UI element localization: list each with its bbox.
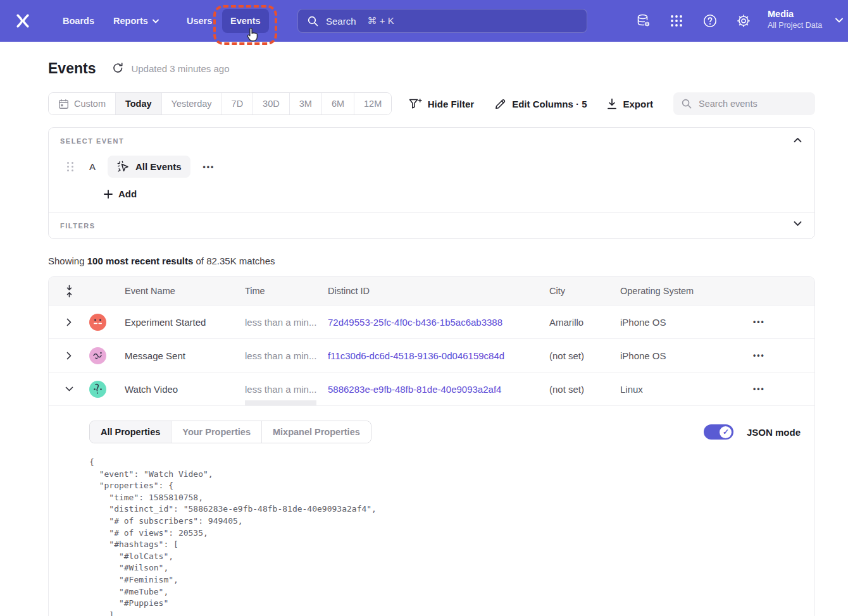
project-name: Media — [768, 8, 822, 20]
horizontal-scrollbar[interactable] — [245, 400, 316, 405]
row-actions-menu[interactable]: ••• — [749, 382, 769, 396]
json-mode-toggle[interactable]: ✓ — [704, 424, 733, 440]
help-icon[interactable] — [702, 13, 718, 28]
data-management-icon[interactable] — [636, 13, 651, 28]
add-event-label: Add — [118, 188, 137, 199]
nav-item-events[interactable]: Events — [222, 9, 269, 33]
collapse-section-chevron-up-icon[interactable] — [794, 137, 802, 143]
export-button[interactable]: Export — [607, 98, 653, 109]
date-option-custom-label: Custom — [74, 99, 106, 109]
event-overflow-menu[interactable]: ••• — [199, 160, 219, 174]
apps-grid-icon[interactable] — [669, 13, 684, 28]
event-selector-label: All Events — [135, 161, 182, 172]
drag-handle-icon[interactable] — [67, 162, 74, 171]
event-avatar — [89, 314, 106, 331]
project-switcher[interactable]: Media All Project Data — [768, 8, 822, 30]
date-option-3m-label: 3M — [299, 99, 312, 109]
event-cursor-sparkle-icon — [116, 160, 130, 173]
date-option-today[interactable]: Today — [116, 93, 162, 114]
search-icon — [682, 99, 692, 109]
cell-event-name: Watch Video — [125, 384, 245, 395]
expand-row-chevron-right-icon[interactable] — [64, 349, 74, 362]
top-navbar: Boards Reports Users Events Search ⌘ + K — [0, 0, 848, 42]
page-title: Events — [48, 60, 96, 77]
properties-tabs: All Properties Your Properties Mixpanel … — [89, 421, 371, 443]
cell-os: Linux — [620, 384, 744, 395]
project-chevron-down-icon[interactable] — [835, 18, 843, 23]
settings-gear-icon[interactable] — [736, 13, 751, 28]
select-event-label: SELECT EVENT — [60, 137, 803, 145]
add-event-button[interactable]: Add — [104, 188, 137, 199]
date-option-7d-label: 7D — [232, 99, 244, 109]
cell-time: less than a min... — [245, 384, 328, 395]
controls-row: Custom Today Yesterday 7D 30D 3M 6M 12M … — [48, 92, 815, 115]
calendar-icon — [58, 99, 69, 109]
table-header: Event Name Time Distinct ID City Operati… — [49, 277, 814, 305]
date-option-6m-label: 6M — [332, 99, 344, 109]
chevron-down-icon — [153, 19, 159, 23]
tab-all-properties[interactable]: All Properties — [90, 421, 171, 443]
nav-item-users[interactable]: Users — [178, 9, 220, 33]
row-actions-menu[interactable]: ••• — [749, 348, 769, 362]
cell-distinct-id-link[interactable]: 72d49553-25fc-4f0c-b436-1b5ac6ab3388 — [328, 317, 549, 328]
expand-filters-chevron-down-icon[interactable] — [794, 221, 802, 226]
tab-mixpanel-properties[interactable]: Mixpanel Properties — [262, 421, 371, 443]
mixpanel-logo[interactable] — [14, 12, 32, 30]
cell-city: (not set) — [549, 350, 620, 361]
date-option-yesterday[interactable]: Yesterday — [162, 93, 222, 114]
detail-toolbar: All Properties Your Properties Mixpanel … — [89, 421, 801, 443]
edit-columns-button[interactable]: Edit Columns · 5 — [494, 98, 587, 110]
refresh-icon[interactable] — [112, 62, 125, 75]
date-option-today-label: Today — [125, 99, 152, 109]
search-placeholder: Search — [326, 16, 356, 27]
hide-filter-label: Hide Filter — [428, 99, 474, 109]
hide-filter-button[interactable]: Hide Filter — [409, 98, 474, 110]
cell-city: (not set) — [549, 384, 620, 395]
table-row: Experiment Started less than a min... 72… — [49, 305, 814, 339]
column-header-distinct-id: Distinct ID — [328, 286, 549, 296]
results-summary: Showing 100 most recent results of 82.35… — [48, 256, 815, 266]
nav-item-users-label: Users — [187, 16, 212, 26]
json-mode-group: ✓ JSON mode — [704, 424, 801, 440]
date-option-3m[interactable]: 3M — [290, 93, 322, 114]
global-search-bar[interactable]: Search ⌘ + K — [297, 9, 587, 33]
pencil-icon — [494, 98, 506, 110]
plus-icon — [104, 190, 113, 199]
event-selector-button[interactable]: All Events — [108, 156, 190, 178]
nav-item-boards[interactable]: Boards — [54, 9, 103, 33]
cell-os: iPhone OS — [620, 317, 744, 328]
project-scope: All Project Data — [768, 20, 822, 30]
results-prefix: Showing — [48, 256, 87, 266]
json-mode-label: JSON mode — [747, 427, 801, 438]
date-range-picker: Custom Today Yesterday 7D 30D 3M 6M 12M — [48, 92, 392, 115]
tab-mixpanel-properties-label: Mixpanel Properties — [273, 427, 360, 437]
filters-section: FILTERS — [49, 213, 814, 238]
select-event-section: SELECT EVENT A All Events ••• — [49, 128, 814, 212]
column-header-event-name: Event Name — [125, 286, 245, 296]
nav-item-boards-label: Boards — [63, 16, 94, 26]
table-row-expanded: Watch Video less than a min... 5886283e-… — [49, 373, 814, 406]
date-option-custom[interactable]: Custom — [49, 93, 116, 114]
event-json-content: { "event": "Watch Video", "properties": … — [89, 457, 801, 616]
event-avatar — [89, 347, 106, 364]
tab-your-properties[interactable]: Your Properties — [171, 421, 262, 443]
date-option-30d[interactable]: 30D — [253, 93, 290, 114]
nav-item-events-label: Events — [230, 16, 261, 26]
cell-distinct-id-link[interactable]: 5886283e-e9fb-48fb-81de-40e9093a2af4 — [328, 384, 549, 395]
date-option-12m[interactable]: 12M — [354, 93, 391, 114]
nav-item-reports[interactable]: Reports — [105, 9, 167, 33]
search-events-input[interactable] — [697, 98, 807, 109]
expand-collapse-all-icon[interactable] — [65, 285, 73, 298]
date-option-6m[interactable]: 6M — [322, 93, 354, 114]
expand-row-chevron-right-icon[interactable] — [64, 316, 74, 329]
tab-your-properties-label: Your Properties — [182, 427, 251, 437]
download-icon — [607, 98, 617, 109]
cell-event-name: Experiment Started — [125, 317, 245, 328]
collapse-row-chevron-down-icon[interactable] — [63, 384, 76, 394]
date-option-yesterday-label: Yesterday — [171, 99, 212, 109]
cell-time: less than a min... — [245, 317, 328, 328]
row-actions-menu[interactable]: ••• — [749, 315, 769, 329]
date-option-7d[interactable]: 7D — [222, 93, 254, 114]
toggle-check-icon: ✓ — [720, 426, 732, 438]
cell-distinct-id-link[interactable]: f11c30d6-dc6d-4518-9136-0d046159c84d — [328, 350, 549, 361]
